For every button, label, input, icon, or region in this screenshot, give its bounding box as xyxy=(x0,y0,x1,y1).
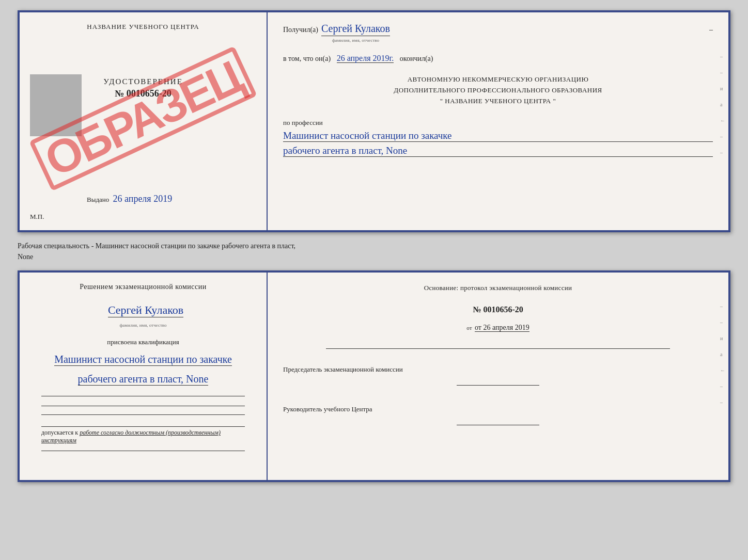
protocol-date: от от 26 апреля 2019 xyxy=(283,324,713,332)
predsedatel-label: Председатель экзаменационной комиссии xyxy=(283,365,713,374)
sig-line4 xyxy=(41,451,245,451)
kval-line2: рабочего агента в пласт, None xyxy=(78,373,209,386)
osnovanie-label: Основание: протокол экзаменационной коми… xyxy=(283,283,713,294)
b-edge-mark-a: а xyxy=(720,351,725,357)
b-edge-dash5: – xyxy=(720,399,725,405)
right-edge-marks: – – и а ← – – xyxy=(720,54,725,155)
prof-line1: Машинист насосной станции по закачке xyxy=(283,130,713,142)
right-edge-bottom-marks: – – и а ← – – xyxy=(720,303,725,405)
profession-block: по профессии Машинист насосной станции п… xyxy=(283,119,713,157)
sep-line1: Рабочая специальность - Машинист насосно… xyxy=(18,241,730,251)
edge-mark-a: а xyxy=(720,102,725,107)
edge-dash5: – xyxy=(720,150,725,155)
komissia-name: Сергей Кулаков xyxy=(108,303,183,317)
protocol-number: № 0010656-20 xyxy=(283,305,713,314)
vtom-line: в том, что он(а) 26 апреля 2019г. окончи… xyxy=(283,54,713,63)
top-left-panel: НАЗВАНИЕ УЧЕБНОГО ЦЕНТРА ОБРАЗЕЦ УДОСТОВ… xyxy=(20,12,268,230)
sig-line1 xyxy=(41,396,245,396)
date-underline xyxy=(326,348,670,349)
komissia-header: Решением экзаменационной комиссии xyxy=(80,283,207,291)
protocol-date-val: от 26 апреля 2019 xyxy=(475,324,529,332)
okonchil-label: окончил(а) xyxy=(400,55,433,62)
fio-sublabel: фамилия, имя, отчество xyxy=(332,38,379,43)
edge-mark-i: и xyxy=(720,86,725,91)
poluchil-name: Сергей Кулаков фамилия, имя, отчество xyxy=(321,23,390,36)
dash1: – xyxy=(709,26,713,34)
vtom-date: 26 апреля 2019г. xyxy=(337,54,394,63)
dopusk-label: допускается к xyxy=(41,429,78,436)
prisvoena-label: присвоена квалификация xyxy=(107,338,179,346)
org-block: АВТОНОМНУЮ НЕКОММЕРЧЕСКУЮ ОРГАНИЗАЦИЮ ДО… xyxy=(283,74,713,106)
b-edge-dash3: ← xyxy=(720,367,725,373)
bottom-document-spread: Решением экзаменационной комиссии Сергей… xyxy=(18,270,730,482)
bottom-right-panel: Основание: протокол экзаменационной коми… xyxy=(268,273,728,480)
top-document-spread: НАЗВАНИЕ УЧЕБНОГО ЦЕНТРА ОБРАЗЕЦ УДОСТОВ… xyxy=(18,10,730,232)
kval-line1: Машинист насосной станции по закачке xyxy=(54,354,232,366)
ot-label: от xyxy=(466,325,472,331)
mp-block: М.П. xyxy=(30,213,44,221)
org-line2: ДОПОЛНИТЕЛЬНОГО ПРОФЕССИОНАЛЬНОГО ОБРАЗО… xyxy=(283,85,713,96)
org-line1: АВТОНОМНУЮ НЕКОММЕРЧЕСКУЮ ОРГАНИЗАЦИЮ xyxy=(283,74,713,85)
vydano-date: 26 апреля 2019 xyxy=(113,194,173,204)
edge-dash1: – xyxy=(720,54,725,59)
predsedatel-sig-line xyxy=(457,385,539,386)
separator-text: Рабочая специальность - Машинист насосно… xyxy=(18,238,730,264)
profession-label: по профессии xyxy=(283,119,323,126)
b-edge-mark-i: и xyxy=(720,335,725,341)
sig-line3 xyxy=(41,414,245,415)
edge-dash2: – xyxy=(720,70,725,75)
fio-label-komissia: фамилия, имя, отчество xyxy=(119,323,166,328)
vydano-block: Выдано 26 апреля 2019 xyxy=(87,194,172,204)
udost-number: № 0010656-20 xyxy=(103,88,183,99)
bottom-left-panel: Решением экзаменационной комиссии Сергей… xyxy=(20,273,268,480)
photo-placeholder xyxy=(30,74,82,136)
poluchil-label: Получил(а) xyxy=(283,26,318,34)
vtom-label: в том, что он(а) xyxy=(283,55,331,62)
sep-line2: None xyxy=(18,251,730,262)
rukovoditel-sig-line xyxy=(457,425,539,425)
edge-dash3: ← xyxy=(720,118,725,123)
b-edge-dash4: – xyxy=(720,383,725,389)
udost-label: УДОСТОВЕРЕНИЕ xyxy=(103,77,183,86)
org-line3: " НАЗВАНИЕ УЧЕБНОГО ЦЕНТРА " xyxy=(283,96,713,107)
vydano-label: Выдано xyxy=(87,196,109,203)
edge-dash4: – xyxy=(720,134,725,139)
b-edge-dash1: – xyxy=(720,303,725,309)
udost-block: УДОСТОВЕРЕНИЕ № 0010656-20 xyxy=(103,77,183,99)
dopuskaetsya-block: допускается к работе согласно должностны… xyxy=(41,426,245,444)
top-right-panel: Получил(а) Сергей Кулаков фамилия, имя, … xyxy=(268,12,728,230)
prof-line2: рабочего агента в пласт, None xyxy=(283,145,713,157)
poluchil-line: Получил(а) Сергей Кулаков фамилия, имя, … xyxy=(283,23,713,36)
b-edge-dash2: – xyxy=(720,319,725,325)
sig-line2 xyxy=(41,406,245,406)
rukovoditel-label: Руководитель учебного Центра xyxy=(283,405,713,413)
top-left-title: НАЗВАНИЕ УЧЕБНОГО ЦЕНТРА xyxy=(87,23,199,31)
